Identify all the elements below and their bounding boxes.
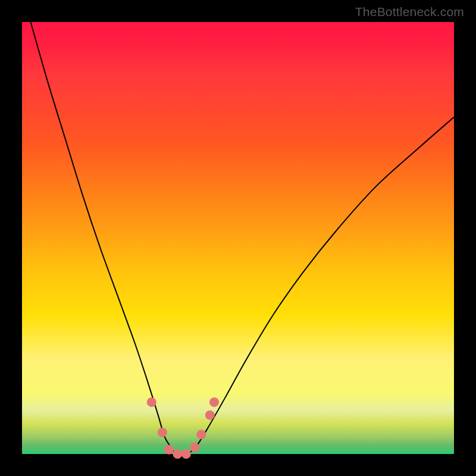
marker-dot bbox=[164, 445, 174, 455]
watermark-text: TheBottleneck.com bbox=[355, 5, 464, 19]
marker-dot bbox=[205, 411, 215, 420]
marker-dot bbox=[196, 430, 206, 439]
marker-dot bbox=[209, 397, 219, 407]
plot-area bbox=[22, 22, 454, 454]
curve-left-branch bbox=[31, 22, 176, 454]
marker-dot bbox=[147, 397, 156, 407]
marker-dot bbox=[181, 449, 191, 459]
marker-dot bbox=[173, 449, 182, 459]
curve-right-branch bbox=[189, 117, 454, 454]
chart-frame: TheBottleneck.com bbox=[0, 0, 476, 476]
marker-dot bbox=[158, 428, 167, 437]
curve-layer bbox=[22, 22, 454, 454]
marker-dot bbox=[190, 443, 199, 452]
bottleneck-curve bbox=[31, 22, 454, 454]
